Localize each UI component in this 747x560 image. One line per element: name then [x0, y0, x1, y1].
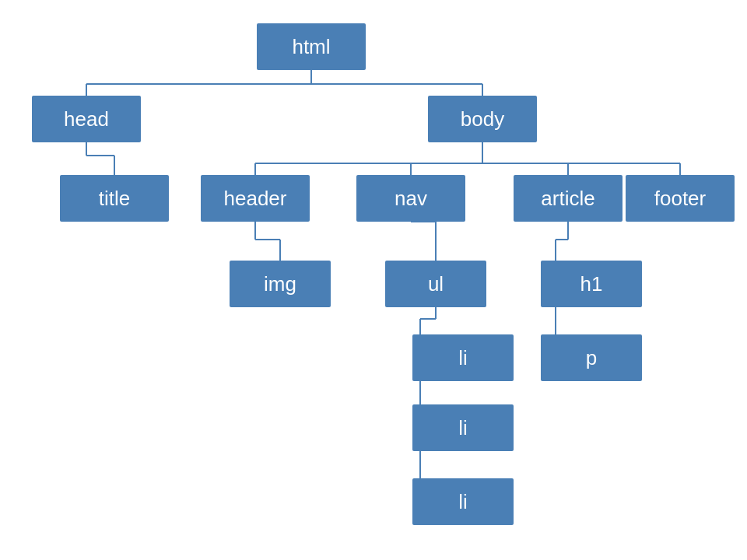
node-ul: ul: [385, 261, 486, 307]
node-li3: li: [412, 478, 514, 525]
node-p: p: [541, 334, 642, 381]
node-footer: footer: [626, 175, 735, 222]
node-article: article: [514, 175, 622, 222]
node-h1: h1: [541, 261, 642, 307]
node-title: title: [60, 175, 169, 222]
node-img: img: [230, 261, 331, 307]
node-body: body: [428, 96, 537, 142]
tree-container: html head body title header nav article …: [0, 0, 747, 560]
node-li1: li: [412, 334, 514, 381]
node-nav: nav: [356, 175, 465, 222]
node-header: header: [201, 175, 310, 222]
node-html: html: [257, 23, 366, 70]
node-li2: li: [412, 404, 514, 451]
node-head: head: [32, 96, 141, 142]
